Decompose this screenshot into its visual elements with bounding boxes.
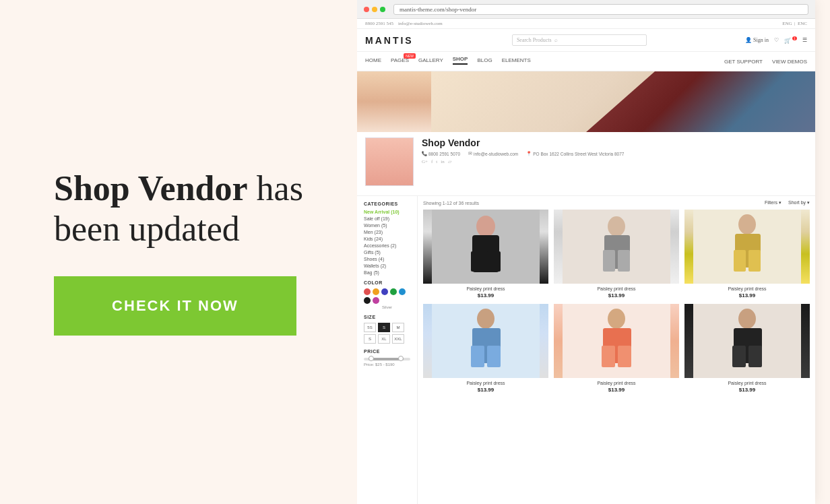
browser-url-bar[interactable]: mantis-theme.com/shop-vendor xyxy=(393,4,808,15)
swatch-black[interactable] xyxy=(364,297,371,304)
svg-rect-4 xyxy=(487,251,501,272)
cta-button[interactable]: CHECK IT NOW xyxy=(54,276,296,336)
product-card-1[interactable]: Paisley print dress $13.99 xyxy=(423,210,548,298)
vendor-social: G+ f t in ▱ xyxy=(422,159,624,164)
product-card-4[interactable]: Paisley print dress $13.99 xyxy=(423,304,548,393)
products-area: Showing 1-12 of 36 results Filters ▾ Sho… xyxy=(418,196,815,504)
svg-rect-18 xyxy=(471,346,484,367)
search-icon[interactable]: ⌕ xyxy=(554,37,558,43)
sidebar-item-bag[interactable]: Bag (5) xyxy=(364,270,410,275)
vendor-thumbnail xyxy=(365,137,414,186)
color-title: COLOR xyxy=(364,280,410,285)
swatch-lightblue[interactable] xyxy=(399,288,406,295)
search-placeholder: Search Products xyxy=(517,37,552,43)
nav-elements[interactable]: ELEMENTS xyxy=(502,57,531,63)
cart-icon[interactable]: 🛒 1 xyxy=(784,36,797,44)
social-instagram[interactable]: ▱ xyxy=(448,159,451,164)
header-icons: 👤 Sign in ♡ 🛒 1 ☰ xyxy=(745,36,807,44)
price-handle-left[interactable] xyxy=(369,356,374,361)
sidebar-item-women[interactable]: Women (5) xyxy=(364,223,410,228)
showing-count: Showing 1-12 of 36 results xyxy=(423,201,479,206)
sidebar-item-accessories[interactable]: Accessories (2) xyxy=(364,243,410,248)
price-slider[interactable] xyxy=(364,358,410,360)
size-m[interactable]: M xyxy=(392,323,404,332)
sidebar-item-wallets[interactable]: Wallets (2) xyxy=(364,263,410,268)
svg-rect-29 xyxy=(748,346,762,367)
main-nav: HOME PAGES NEW GALLERY SHOP BLOG ELEMENT… xyxy=(357,52,815,71)
size-title: SIZE xyxy=(364,315,410,319)
svg-rect-14 xyxy=(748,250,761,272)
svg-rect-24 xyxy=(618,346,631,367)
site-logo[interactable]: MANTIS xyxy=(365,35,414,46)
categories-title: CATEGORIES xyxy=(364,201,410,206)
nav-blog[interactable]: BLOG xyxy=(477,57,492,63)
sidebar-item-kids[interactable]: Kids (24) xyxy=(364,237,410,241)
nav-view-demos[interactable]: VIEW DEMOS xyxy=(772,59,807,65)
svg-point-6 xyxy=(608,216,625,237)
menu-icon[interactable]: ☰ xyxy=(802,37,807,43)
toolbar-right: Filters ▾ Short by ▾ xyxy=(765,200,810,206)
topbar-phone: 8800 2591 545 xyxy=(365,21,393,26)
nav-pages[interactable]: PAGES NEW xyxy=(391,57,409,63)
product-price-5: $13.99 xyxy=(554,387,679,393)
size-xxl[interactable]: XXL xyxy=(392,334,404,344)
svg-point-21 xyxy=(608,309,625,329)
social-twitter[interactable]: t xyxy=(436,159,437,164)
topbar-lang[interactable]: ENG xyxy=(782,21,792,26)
size-s2[interactable]: S xyxy=(364,334,376,344)
signin-link[interactable]: 👤 Sign in xyxy=(745,37,769,43)
wishlist-icon[interactable]: ♡ xyxy=(774,37,779,43)
swatch-blue[interactable] xyxy=(381,288,388,295)
product-card-3[interactable]: Paisley print dress $13.99 xyxy=(684,210,810,298)
nav-shop[interactable]: SHOP xyxy=(453,56,468,65)
product-card-6[interactable]: Paisley print dress $13.99 xyxy=(684,304,810,393)
sidebar-item-sale[interactable]: Sale off (19) xyxy=(364,216,410,221)
product-price-2: $13.99 xyxy=(554,292,679,298)
filters-button[interactable]: Filters ▾ xyxy=(765,200,781,206)
product-image-2 xyxy=(554,210,679,284)
hero-product-image xyxy=(586,71,815,132)
size-s[interactable]: S xyxy=(378,323,390,332)
product-price-4: $13.99 xyxy=(423,387,548,393)
sidebar-item-gifts[interactable]: Gifts (5) xyxy=(364,250,410,255)
product-card-5[interactable]: Paisley print dress $13.99 xyxy=(554,304,679,393)
sidebar-item-shoes[interactable]: Shoes (4) xyxy=(364,257,410,261)
sidebar-item-new-arrival[interactable]: New Arrival (10) xyxy=(364,210,410,214)
hero-banner xyxy=(357,71,815,132)
topbar-currency[interactable]: ENC xyxy=(798,21,807,26)
vendor-header: Shop Vendor 📞 8800 2591 5070 ✉ info@e-st… xyxy=(365,137,807,186)
vendor-email: ✉ info@e-studioweb.com xyxy=(468,151,518,156)
shop-vendor-info: Shop Vendor 📞 8800 2591 5070 ✉ info@e-st… xyxy=(357,132,815,196)
nav-left: HOME PAGES NEW GALLERY SHOP BLOG ELEMENT… xyxy=(365,56,531,67)
product-card-2[interactable]: Paisley print dress $13.99 xyxy=(554,210,679,298)
social-google[interactable]: G+ xyxy=(422,159,428,164)
sort-button[interactable]: Short by ▾ xyxy=(788,200,810,206)
swatch-pink[interactable] xyxy=(373,297,379,304)
size-xl[interactable]: XL xyxy=(378,334,390,344)
nav-get-support[interactable]: GET SUPPORT xyxy=(724,59,763,65)
maximize-dot[interactable] xyxy=(380,7,385,12)
topbar-right: ENG | ENC xyxy=(782,21,807,26)
product-name-1: Paisley print dress xyxy=(423,286,548,291)
price-handle-right[interactable] xyxy=(398,356,404,361)
vendor-phone: 📞 8800 2591 5070 xyxy=(422,151,460,156)
minimize-dot[interactable] xyxy=(372,7,377,12)
swatch-orange[interactable] xyxy=(373,288,379,295)
social-linkedin[interactable]: in xyxy=(441,159,444,164)
social-facebook[interactable]: f xyxy=(431,159,433,164)
vendor-thumb-image xyxy=(366,138,413,185)
search-bar[interactable]: Search Products ⌕ xyxy=(512,34,647,46)
sidebar-item-men[interactable]: Men (23) xyxy=(364,230,410,234)
size-5s[interactable]: 5S xyxy=(364,323,376,332)
nav-home[interactable]: HOME xyxy=(365,57,381,63)
price-range-label: Price: $25 - $190 xyxy=(364,363,410,367)
svg-rect-8 xyxy=(603,250,615,272)
swatch-green[interactable] xyxy=(390,288,397,295)
product-name-3: Paisley print dress xyxy=(684,286,810,291)
swatch-red[interactable] xyxy=(364,288,371,295)
nav-gallery[interactable]: GALLERY xyxy=(418,57,443,63)
svg-point-26 xyxy=(738,309,756,329)
headline-bold: Shop Vendor xyxy=(54,169,248,208)
close-dot[interactable] xyxy=(364,7,369,12)
product-image-6 xyxy=(684,304,810,378)
